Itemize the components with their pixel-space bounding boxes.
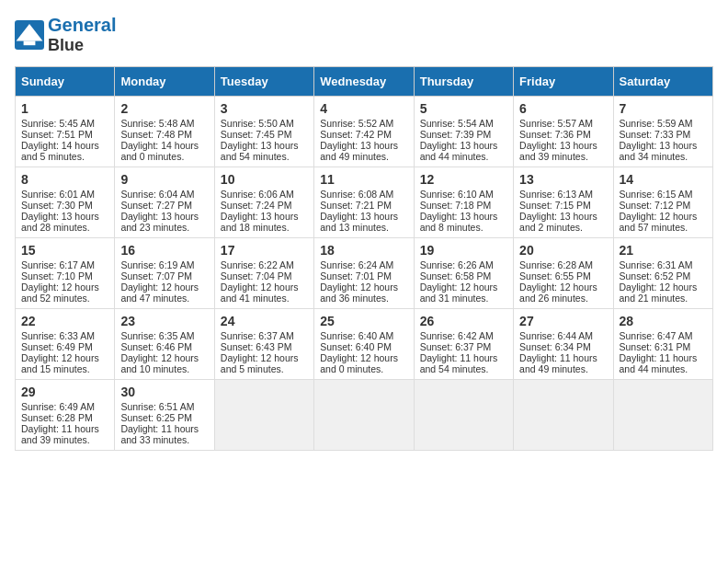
sunset-text: Sunset: 6:49 PM [21,341,93,352]
sunrise-text: Sunrise: 6:47 AM [620,330,693,341]
logo-icon [15,20,44,50]
sunset-text: Sunset: 6:46 PM [120,341,192,352]
daylight-text: Daylight: 12 hours and 41 minutes. [221,282,299,304]
calendar-cell [613,380,712,451]
day-number: 15 [21,243,108,258]
sunrise-text: Sunrise: 6:49 AM [21,401,95,412]
calendar-cell: 30Sunrise: 6:51 AMSunset: 6:25 PMDayligh… [115,380,214,451]
sunrise-text: Sunrise: 6:44 AM [519,330,593,341]
calendar-table: SundayMondayTuesdayWednesdayThursdayFrid… [15,66,713,451]
day-number: 17 [221,243,308,258]
sunrise-text: Sunrise: 6:42 AM [420,330,494,341]
day-number: 8 [21,172,108,187]
day-number: 29 [21,385,108,399]
calendar-cell [414,380,513,451]
sunset-text: Sunset: 7:01 PM [320,270,392,282]
sunrise-text: Sunrise: 6:08 AM [320,189,393,200]
daylight-text: Daylight: 12 hours and 5 minutes. [221,352,299,374]
day-number: 9 [120,172,208,187]
weekday-header: Wednesday [314,67,414,97]
page-header: General Blue [15,15,713,55]
sunrise-text: Sunrise: 6:19 AM [120,259,194,270]
calendar-cell: 7Sunrise: 5:59 AMSunset: 7:33 PMDaylight… [613,97,712,167]
calendar-cell: 2Sunrise: 5:48 AMSunset: 7:48 PMDaylight… [115,97,214,167]
day-number: 1 [21,101,108,116]
calendar-cell: 26Sunrise: 6:42 AMSunset: 6:37 PMDayligh… [414,309,513,380]
day-number: 30 [120,385,208,399]
calendar-cell: 5Sunrise: 5:54 AMSunset: 7:39 PMDaylight… [414,97,513,167]
sunset-text: Sunset: 7:33 PM [620,129,691,140]
sunset-text: Sunset: 6:40 PM [320,341,392,352]
sunrise-text: Sunrise: 6:26 AM [420,259,494,270]
calendar-cell: 13Sunrise: 6:13 AMSunset: 7:15 PMDayligh… [514,167,613,238]
sunrise-text: Sunrise: 6:40 AM [320,330,393,341]
sunrise-text: Sunrise: 6:51 AM [120,401,194,412]
calendar-cell: 3Sunrise: 5:50 AMSunset: 7:45 PMDaylight… [214,97,313,167]
day-number: 23 [120,314,208,328]
svg-rect-2 [24,40,36,45]
daylight-text: Daylight: 13 hours and 13 minutes. [320,211,398,233]
day-number: 10 [221,172,308,187]
sunrise-text: Sunrise: 6:31 AM [620,259,693,270]
calendar-cell: 18Sunrise: 6:24 AMSunset: 7:01 PMDayligh… [314,238,414,309]
calendar-cell: 10Sunrise: 6:06 AMSunset: 7:24 PMDayligh… [214,167,313,238]
sunrise-text: Sunrise: 6:15 AM [620,189,693,200]
sunrise-text: Sunrise: 5:48 AM [120,118,194,129]
daylight-text: Daylight: 12 hours and 47 minutes. [120,282,199,304]
sunset-text: Sunset: 6:43 PM [221,341,292,352]
sunrise-text: Sunrise: 5:50 AM [221,118,294,129]
logo: General Blue [15,15,116,55]
daylight-text: Daylight: 12 hours and 31 minutes. [420,282,498,304]
daylight-text: Daylight: 11 hours and 49 minutes. [519,352,597,374]
sunset-text: Sunset: 7:36 PM [519,129,591,140]
weekday-header: Sunday [16,67,115,97]
day-number: 16 [120,243,208,258]
sunrise-text: Sunrise: 5:57 AM [519,118,593,129]
sunset-text: Sunset: 6:55 PM [519,270,591,282]
weekday-header: Thursday [414,67,513,97]
sunrise-text: Sunrise: 5:54 AM [420,118,494,129]
calendar-cell: 22Sunrise: 6:33 AMSunset: 6:49 PMDayligh… [16,309,115,380]
calendar-cell: 1Sunrise: 5:45 AMSunset: 7:51 PMDaylight… [16,97,115,167]
weekday-header: Friday [514,67,613,97]
calendar-cell: 15Sunrise: 6:17 AMSunset: 7:10 PMDayligh… [16,238,115,309]
calendar-cell: 8Sunrise: 6:01 AMSunset: 7:30 PMDaylight… [16,167,115,238]
daylight-text: Daylight: 13 hours and 28 minutes. [21,211,99,233]
sunset-text: Sunset: 6:34 PM [519,341,591,352]
sunrise-text: Sunrise: 6:01 AM [21,189,95,200]
day-number: 13 [519,172,607,187]
sunset-text: Sunset: 7:51 PM [21,129,93,140]
day-number: 18 [320,243,407,258]
day-number: 7 [620,101,707,116]
sunset-text: Sunset: 7:24 PM [221,200,292,211]
daylight-text: Daylight: 12 hours and 36 minutes. [320,282,398,304]
daylight-text: Daylight: 14 hours and 0 minutes. [120,140,199,162]
daylight-text: Daylight: 13 hours and 49 minutes. [320,140,398,162]
calendar-cell: 20Sunrise: 6:28 AMSunset: 6:55 PMDayligh… [514,238,613,309]
day-number: 5 [420,101,507,116]
calendar-cell: 9Sunrise: 6:04 AMSunset: 7:27 PMDaylight… [115,167,214,238]
sunrise-text: Sunrise: 6:06 AM [221,189,294,200]
sunset-text: Sunset: 7:15 PM [519,200,591,211]
calendar-cell: 6Sunrise: 5:57 AMSunset: 7:36 PMDaylight… [514,97,613,167]
sunrise-text: Sunrise: 6:37 AM [221,330,294,341]
sunset-text: Sunset: 7:07 PM [120,270,192,282]
sunset-text: Sunset: 7:04 PM [221,270,292,282]
sunset-text: Sunset: 6:58 PM [420,270,492,282]
calendar-week-row: 15Sunrise: 6:17 AMSunset: 7:10 PMDayligh… [16,238,713,309]
sunset-text: Sunset: 6:25 PM [120,412,192,423]
day-number: 4 [320,101,407,116]
day-number: 21 [620,243,707,258]
sunrise-text: Sunrise: 6:17 AM [21,259,95,270]
day-number: 28 [620,314,707,328]
daylight-text: Daylight: 11 hours and 44 minutes. [620,352,698,374]
calendar-week-row: 8Sunrise: 6:01 AMSunset: 7:30 PMDaylight… [16,167,713,238]
daylight-text: Daylight: 12 hours and 21 minutes. [620,282,698,304]
sunset-text: Sunset: 7:39 PM [420,129,492,140]
daylight-text: Daylight: 13 hours and 44 minutes. [420,140,498,162]
day-number: 12 [420,172,507,187]
calendar-cell: 14Sunrise: 6:15 AMSunset: 7:12 PMDayligh… [613,167,712,238]
daylight-text: Daylight: 12 hours and 0 minutes. [320,352,398,374]
day-number: 2 [120,101,208,116]
daylight-text: Daylight: 13 hours and 39 minutes. [519,140,597,162]
